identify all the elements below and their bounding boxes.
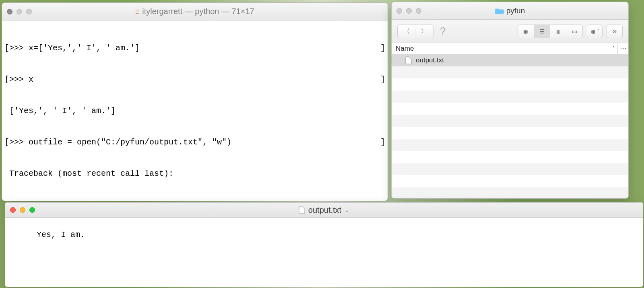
- zoom-button[interactable]: [26, 9, 32, 14]
- arrange-button[interactable]: ▦ ˇ: [587, 25, 603, 38]
- editor-text: Yes, I am.: [37, 230, 85, 239]
- column-name-label: Name: [396, 45, 414, 53]
- column-name[interactable]: Name ˄: [392, 45, 617, 53]
- chevron-left-icon: 〈: [403, 27, 410, 36]
- close-button[interactable]: [7, 9, 12, 14]
- finder-titlebar[interactable]: pyfun: [392, 2, 628, 20]
- chevron-down-icon[interactable]: ⌄: [345, 207, 349, 213]
- chevron-double-right-icon: »: [613, 27, 617, 35]
- desktop: ⌂ itylergarrett — python — 71×17 [>>> x=…: [0, 0, 644, 288]
- zoom-button[interactable]: [29, 207, 35, 213]
- file-icon: [299, 206, 305, 214]
- terminal-title: ⌂ itylergarrett — python — 71×17: [2, 7, 388, 16]
- columns-icon: ▥: [555, 28, 561, 35]
- back-button[interactable]: 〈: [398, 25, 415, 38]
- finder-columns-header: Name ˄ ⋯: [392, 43, 628, 54]
- minimize-button[interactable]: [17, 9, 22, 14]
- chevron-right-icon: 〉: [421, 27, 428, 36]
- view-icon-grid[interactable]: ▦: [518, 25, 534, 38]
- minimize-button[interactable]: [406, 8, 412, 14]
- finder-toolbar: 〈 〉 ? ▦ ☰ ▥ ▭ ▦ ˇ »: [392, 20, 628, 43]
- view-gallery[interactable]: ▭: [566, 25, 582, 38]
- file-name: output.txt: [416, 56, 444, 64]
- finder-window: pyfun 〈 〉 ? ▦ ☰ ▥ ▭ ▦ ˇ: [391, 2, 629, 199]
- more-button[interactable]: »: [607, 25, 623, 38]
- folder-icon: [495, 7, 504, 14]
- file-list[interactable]: output.txt: [392, 54, 628, 198]
- column-overflow[interactable]: ⋯: [618, 44, 628, 53]
- editor-window: output.txt ⌄ Yes, I am.: [5, 202, 643, 287]
- traffic-lights: [5, 207, 35, 213]
- view-list[interactable]: ☰: [534, 25, 550, 38]
- terminal-title-text: itylergarrett — python — 71×17: [142, 7, 254, 16]
- finder-title: pyfun: [392, 6, 628, 15]
- minimize-button[interactable]: [20, 207, 25, 213]
- editor-title: output.txt ⌄: [5, 206, 643, 215]
- forward-button[interactable]: 〉: [415, 25, 433, 38]
- traffic-lights: [7, 9, 32, 14]
- close-button[interactable]: [10, 207, 16, 213]
- view-columns[interactable]: ▥: [550, 25, 566, 38]
- editor-titlebar[interactable]: output.txt ⌄: [5, 202, 643, 218]
- chevron-down-icon: ˇ: [597, 29, 599, 34]
- home-icon: ⌂: [135, 7, 140, 16]
- file-row[interactable]: output.txt: [392, 54, 628, 66]
- list-icon: ☰: [539, 28, 545, 35]
- terminal-output[interactable]: [>>> x=['Yes,',' I', ' am.']] [>>> x] ['…: [2, 21, 388, 201]
- terminal-titlebar[interactable]: ⌂ itylergarrett — python — 71×17: [2, 3, 388, 21]
- gallery-icon: ▭: [572, 28, 577, 35]
- traffic-lights: [396, 8, 421, 14]
- help-icon[interactable]: ?: [440, 25, 446, 37]
- editor-content[interactable]: Yes, I am.: [5, 218, 643, 287]
- finder-title-text: pyfun: [506, 6, 525, 15]
- zoom-button[interactable]: [416, 8, 421, 14]
- sort-caret-icon: ˄: [612, 45, 615, 52]
- nav-buttons: 〈 〉: [397, 25, 433, 38]
- grid-icon: ▦: [523, 28, 528, 35]
- view-buttons: ▦ ☰ ▥ ▭: [518, 25, 583, 38]
- close-button[interactable]: [396, 8, 402, 14]
- editor-title-text: output.txt: [308, 206, 341, 215]
- file-icon: [405, 56, 412, 64]
- arrange-icon: ▦: [590, 28, 596, 35]
- terminal-window: ⌂ itylergarrett — python — 71×17 [>>> x=…: [2, 2, 388, 201]
